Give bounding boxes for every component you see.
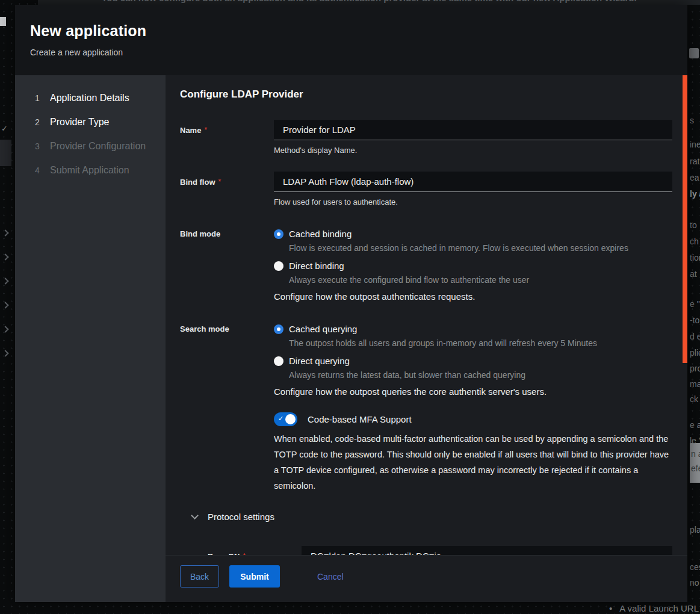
launch-url-text: A valid Launch URL <box>619 603 699 613</box>
name-input[interactable]: Provider for LDAP <box>274 120 672 140</box>
mfa-toggle[interactable]: ✓ <box>274 412 297 426</box>
radio-direct-binding[interactable]: Direct binding <box>274 261 672 271</box>
search-mode-help: Configure how the outpost queries the co… <box>274 386 672 397</box>
base-dn-row: Base DN* DC=ldap,DC=goauthentik,DC=io <box>208 546 672 555</box>
background-bullet-item: •A valid Launch URL <box>609 603 699 613</box>
back-button[interactable]: Back <box>180 565 219 588</box>
mfa-spacer <box>180 412 274 494</box>
bg-text-fragment: e "o <box>690 299 700 309</box>
step-number: 2 <box>35 117 50 127</box>
chevron-down-icon <box>191 512 199 519</box>
modal-header: New application Create a new application <box>15 5 687 75</box>
required-asterisk: * <box>204 126 207 134</box>
bg-text-fragment: ea <box>690 173 699 182</box>
bg-text-fragment: rat <box>690 157 699 166</box>
bg-text-fragment: ch <box>690 237 699 246</box>
chevron-right-icon <box>2 350 8 356</box>
bg-text-fragment: at <box>690 269 697 279</box>
toggle-knob <box>285 414 296 424</box>
cancel-button[interactable]: Cancel <box>317 565 344 588</box>
protocol-settings-expander[interactable]: Protocol settings <box>192 512 672 522</box>
required-asterisk: * <box>218 178 221 186</box>
provider-config-panel: Configure LDAP Provider Name* Provider f… <box>166 75 687 602</box>
bg-text-fragment: ine <box>690 140 700 149</box>
name-help: Method's display Name. <box>274 146 672 155</box>
radio-unchecked-icon[interactable] <box>274 356 283 366</box>
form-scroll-area: Configure LDAP Provider Name* Provider f… <box>166 75 687 555</box>
wizard-step-provider-configuration: 3 Provider Configuration <box>15 134 166 158</box>
bg-text-fragment: no <box>690 578 699 588</box>
step-number: 1 <box>35 93 50 103</box>
bind-flow-label: Bind flow* <box>180 172 274 206</box>
direct-querying-description: Always returns the latest data, but slow… <box>289 370 672 380</box>
banner-text: You can now configure both an applicatio… <box>38 0 700 3</box>
bind-mode-label: Bind mode <box>180 229 274 302</box>
cached-binding-description: Flow is executed and session is cached i… <box>289 243 672 253</box>
chevron-right-icon <box>2 229 8 236</box>
bg-text-fragment: tion <box>690 253 700 262</box>
scrollbar-thumb[interactable] <box>683 75 687 363</box>
radio-unchecked-icon[interactable] <box>274 261 283 271</box>
radio-checked-icon[interactable] <box>274 324 283 334</box>
form-title: Configure LDAP Provider <box>180 88 672 101</box>
chevron-right-icon <box>2 302 8 308</box>
bg-text-fragment: ma <box>690 379 700 389</box>
step-number: 3 <box>35 141 50 151</box>
cached-querying-description: The outpost holds all users and groups i… <box>289 338 672 348</box>
background-left-sidebar: ✓ <box>0 5 15 614</box>
submit-button[interactable]: Submit <box>229 565 280 588</box>
page-title: New application <box>30 22 687 40</box>
bg-text-fragment: to <box>690 220 697 230</box>
background-banner: You can now configure both an applicatio… <box>38 0 700 5</box>
radio-direct-querying[interactable]: Direct querying <box>274 356 672 366</box>
bind-flow-row: Bind flow* LDAP Auth Flow (ldap-auth-flo… <box>180 172 672 206</box>
bg-text-fragment: e a <box>690 420 700 430</box>
new-application-modal: New application Create a new application… <box>15 5 687 602</box>
chevron-right-icon <box>2 326 8 332</box>
radio-cached-binding[interactable]: Cached binding <box>274 229 672 239</box>
check-icon: ✓ <box>278 415 283 423</box>
base-dn-input[interactable]: DC=ldap,DC=goauthentik,DC=io <box>302 546 672 555</box>
chevron-right-icon <box>2 278 8 284</box>
bg-text-fragment: efe <box>691 464 700 473</box>
bg-text-fragment: ly a <box>690 189 700 199</box>
search-mode-label: Search mode <box>180 324 274 397</box>
name-row: Name* Provider for LDAP Method's display… <box>180 120 672 155</box>
radio-cached-querying[interactable]: Cached querying <box>274 324 672 334</box>
bg-text-fragment: pla <box>690 525 700 535</box>
bg-text-fragment: d e <box>690 332 700 341</box>
chevron-right-icon <box>2 253 8 260</box>
mfa-description: When enabled, code-based multi-factor au… <box>274 431 671 494</box>
sidebar-logo-fragment <box>0 17 6 26</box>
bg-text-fragment: le ' <box>690 436 700 445</box>
background-highlight-block: n aefe <box>690 443 700 483</box>
background-button-fragment <box>689 48 699 58</box>
check-icon: ✓ <box>1 124 8 133</box>
wizard-steps-nav: 1 Application Details 2 Provider Type 3 … <box>15 75 166 602</box>
bind-flow-select[interactable]: LDAP Auth Flow (ldap-auth-flow) <box>274 172 672 192</box>
radio-checked-icon[interactable] <box>274 229 283 239</box>
bind-mode-help: Configure how the outpost authenticates … <box>274 291 672 302</box>
bg-text-fragment: -to <box>690 315 699 325</box>
wizard-step-application-details[interactable]: 1 Application Details <box>15 86 166 110</box>
page-subtitle: Create a new application <box>30 48 687 57</box>
mfa-label: Code-based MFA Support <box>308 414 412 424</box>
bg-text-fragment: s <box>690 116 694 125</box>
direct-binding-description: Always execute the configured bind flow … <box>289 275 672 285</box>
bind-flow-help: Flow used for users to authenticate. <box>274 197 672 206</box>
wizard-footer: Back Submit Cancel <box>166 555 687 602</box>
bg-text-fragment: plie <box>690 348 700 358</box>
step-number: 4 <box>35 166 50 175</box>
sidebar-active-item-fragment <box>0 140 11 166</box>
bullet-icon: • <box>609 603 612 613</box>
base-dn-label: Base DN* <box>208 546 302 555</box>
bg-text-fragment: pro <box>690 364 700 373</box>
background-right-edge: n aefe sineratealy atochtionate "o-tod e… <box>687 0 700 614</box>
bind-mode-row: Bind mode Cached binding Flow is execute… <box>180 229 672 302</box>
bg-text-fragment: n a <box>691 449 700 459</box>
name-label: Name* <box>180 120 274 155</box>
wizard-step-submit-application: 4 Submit Application <box>15 158 166 182</box>
search-mode-row: Search mode Cached querying The outpost … <box>180 324 672 397</box>
mfa-row: ✓ Code-based MFA Support When enabled, c… <box>180 412 672 494</box>
wizard-step-provider-type[interactable]: 2 Provider Type <box>15 110 166 134</box>
